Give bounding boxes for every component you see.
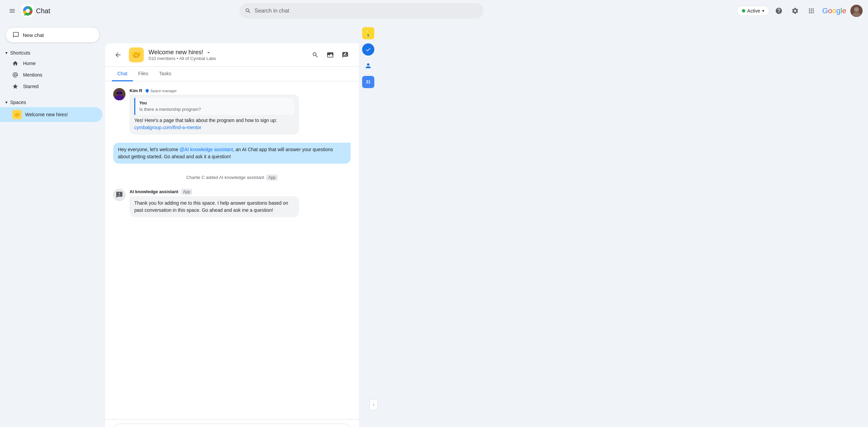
chat-subtitle: 510 members • All of Cymbal Labs — [149, 56, 304, 61]
messages-list: Kim R Space manager You Is there a mento… — [105, 81, 359, 419]
starred-icon — [12, 83, 18, 89]
new-chat-label: New chat — [23, 32, 44, 38]
sidebar-item-starred-label: Starred — [23, 84, 39, 89]
kim-sender-info: Kim R Space manager — [130, 88, 333, 93]
ai-message-bubble: Thank you for adding me to this space. I… — [130, 196, 299, 217]
search-input[interactable] — [255, 8, 478, 14]
topbar: Chat Active ▾ Google — [0, 0, 868, 22]
shortcuts-chevron-icon: ▾ — [5, 50, 7, 55]
message-ai: AI knowledge assistant App Thank you for… — [113, 189, 351, 217]
tab-files[interactable]: Files — [133, 67, 154, 81]
user-avatar[interactable] — [850, 5, 863, 17]
mentorship-link[interactable]: cymbalgroup.com/find-a-mentor — [134, 125, 201, 130]
ai-mention: @AI knowledge assistant — [180, 147, 233, 152]
search-chat-icon[interactable] — [309, 48, 322, 62]
shortcuts-label: Shortcuts — [10, 50, 30, 56]
broadcast-text-before: Hey everyone, let's welcome — [118, 147, 180, 152]
back-button[interactable] — [112, 49, 124, 61]
quoted-sender: You — [139, 100, 290, 106]
calendar-date: 31 — [366, 80, 370, 84]
verified-icon — [145, 89, 149, 93]
message-kim: Kim R Space manager You Is there a mento… — [113, 88, 351, 135]
panel-expand-button[interactable]: › — [370, 399, 378, 410]
sidebar: New chat ▾ Shortcuts Home Mentions Starr… — [0, 22, 105, 427]
ai-avatar-icon — [116, 191, 123, 199]
app-badge: App — [266, 175, 277, 181]
kim-message-bubble: You Is there a mentorship program? Yes! … — [130, 95, 299, 135]
tasks-icon[interactable] — [362, 43, 374, 56]
ai-avatar — [113, 189, 125, 201]
tab-tasks[interactable]: Tasks — [154, 67, 177, 81]
topbar-right: Active ▾ Google — [737, 4, 863, 18]
active-chevron-icon: ▾ — [762, 8, 764, 13]
mentions-icon — [12, 72, 18, 78]
spaces-section-header[interactable]: ▾ Spaces — [0, 98, 102, 107]
spaces-item-welcome[interactable]: 🤝 Welcome new hires! — [0, 107, 102, 122]
kim-name: Kim R — [130, 88, 142, 93]
expand-icon: › — [373, 402, 374, 407]
new-chat-button[interactable]: New chat — [5, 27, 100, 43]
message-broadcast: Hey everyone, let's welcome @AI knowledg… — [113, 143, 351, 164]
chat-header-info: Welcome new hires! 510 members • All of … — [149, 49, 304, 61]
svg-point-3 — [854, 7, 859, 12]
settings-icon[interactable] — [788, 4, 802, 18]
apps-grid-icon[interactable] — [805, 4, 818, 18]
google-wordmark: Google — [822, 6, 846, 15]
home-icon — [12, 60, 18, 66]
active-label: Active — [747, 8, 760, 14]
topbar-left: Chat — [5, 4, 111, 18]
ai-app-badge: App — [181, 189, 192, 195]
system-message: Charlie C added AI knowledge assistant A… — [113, 172, 351, 183]
sidebar-item-mentions[interactable]: Mentions — [0, 69, 102, 81]
main-content: 🤝 Welcome new hires! 510 members • All o… — [105, 43, 359, 427]
system-message-text: Charlie C added AI knowledge assistant — [186, 175, 264, 180]
compose-inner: GIF — [112, 424, 352, 427]
tab-chat[interactable]: Chat — [112, 67, 133, 81]
contacts-icon[interactable] — [362, 60, 374, 72]
broadcast-bubble: Hey everyone, let's welcome @AI knowledg… — [113, 143, 351, 164]
right-rail: 💡 31 › — [359, 22, 378, 427]
chat-tabs: Chat Files Tasks — [105, 67, 359, 81]
sidebar-item-home-label: Home — [23, 61, 36, 66]
ai-message-content: AI knowledge assistant App Thank you for… — [130, 189, 333, 217]
space-manager-badge: Space manager — [145, 89, 177, 93]
svg-rect-9 — [120, 93, 122, 94]
spaces-item-welcome-label: Welcome new hires! — [25, 112, 68, 117]
chat-title[interactable]: Welcome new hires! — [149, 49, 304, 56]
space-emoji-icon: 🤝 — [12, 110, 22, 119]
layout: New chat ▾ Shortcuts Home Mentions Starr… — [0, 22, 378, 427]
video-call-icon[interactable] — [323, 48, 337, 62]
title-chevron-icon — [205, 49, 212, 56]
threads-icon[interactable] — [338, 48, 352, 62]
space-icon: 🤝 — [129, 47, 144, 62]
help-icon[interactable] — [772, 4, 786, 18]
keep-note-icon[interactable]: 💡 — [362, 27, 374, 39]
spaces-chevron-icon: ▾ — [5, 100, 7, 105]
active-indicator — [742, 9, 745, 13]
search-icon — [245, 7, 251, 14]
new-chat-icon — [13, 32, 19, 38]
ai-name: AI knowledge assistant — [130, 189, 178, 194]
chat-header: 🤝 Welcome new hires! 510 members • All o… — [105, 43, 359, 67]
app-name: Chat — [36, 7, 50, 15]
sidebar-item-starred[interactable]: Starred — [0, 81, 102, 92]
kim-reply-text: Yes! Here's a page that talks about the … — [134, 118, 277, 123]
calendar-icon[interactable]: 31 — [362, 76, 374, 88]
app-logo: Chat — [22, 5, 50, 17]
sidebar-item-home[interactable]: Home — [0, 58, 102, 69]
kim-avatar — [113, 88, 125, 100]
quoted-text: Is there a mentorship program? — [139, 106, 290, 113]
chat-title-text: Welcome new hires! — [149, 49, 203, 56]
quoted-message: You Is there a mentorship program? — [134, 98, 294, 115]
menu-icon[interactable] — [5, 4, 19, 18]
ai-message-text: Thank you for adding me to this space. I… — [134, 200, 288, 213]
sidebar-item-mentions-label: Mentions — [23, 72, 42, 78]
chat-header-actions — [309, 48, 352, 62]
svg-rect-7 — [115, 96, 123, 100]
active-status-button[interactable]: Active ▾ — [737, 6, 769, 16]
shortcuts-section-header[interactable]: ▾ Shortcuts — [0, 48, 102, 58]
spaces-label: Spaces — [10, 100, 26, 105]
compose-bar: GIF — [105, 419, 359, 427]
search-bar[interactable] — [239, 3, 484, 19]
ai-sender-info: AI knowledge assistant App — [130, 189, 333, 195]
